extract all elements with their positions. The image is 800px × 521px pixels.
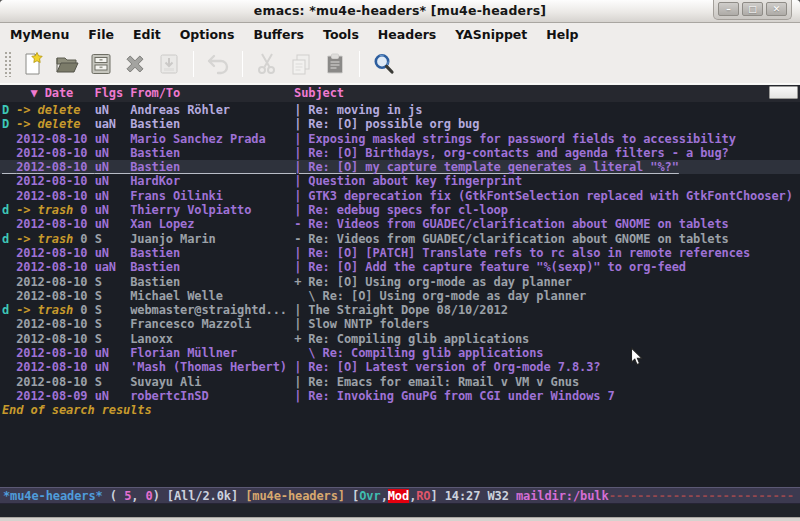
menu-item-headers[interactable]: Headers	[378, 27, 436, 42]
save-button[interactable]	[86, 49, 116, 79]
close-button[interactable]: ✕	[766, 2, 787, 16]
menu-item-options[interactable]: Options	[180, 27, 235, 42]
message-row[interactable]: D -> delete uN Andreas Röhler | Re: movi…	[0, 103, 800, 117]
message-row[interactable]: 2012-08-10 uN Xan Lopez - Re: Videos fro…	[0, 217, 800, 231]
copy-icon	[288, 51, 314, 77]
undo-icon	[205, 51, 231, 77]
emacs-window: emacs: *mu4e-headers* [mu4e-headers] –□✕…	[0, 0, 800, 521]
toolbar-separator	[359, 51, 360, 77]
message-row[interactable]: 2012-08-10 uN Bastien | Re: [O] my captu…	[0, 160, 800, 174]
end-of-search-results: End of search results	[0, 403, 800, 417]
toolbar-separator	[193, 51, 194, 77]
window-frame-border	[0, 517, 800, 521]
message-row[interactable]: 2012-08-10 uN Bastien | Re: [O] Birthday…	[0, 146, 800, 160]
mode-line[interactable]: *mu4e-headers* ( 5, 0) [All/2.0k] [mu4e-…	[0, 487, 800, 504]
modeline-segment: Mod	[388, 489, 409, 503]
modeline-segment: --------------------------	[609, 489, 794, 503]
maximize-button[interactable]: □	[742, 2, 763, 16]
menu-item-file[interactable]: File	[88, 27, 114, 42]
message-row[interactable]: 2012-08-10 uN Bastien | Re: [O] [PATCH] …	[0, 246, 800, 260]
window-controls: –□✕	[713, 0, 792, 20]
window-title: emacs: *mu4e-headers* [mu4e-headers]	[0, 3, 800, 18]
cut-button	[252, 49, 282, 79]
message-row[interactable]: D -> delete uaN Bastien | Re: [O] possib…	[0, 117, 800, 131]
headers-column-header[interactable]: ▼ Date Flgs From/To Subject	[0, 85, 800, 102]
open-folder-button[interactable]	[52, 49, 82, 79]
minimize-button[interactable]: –	[718, 2, 739, 16]
menu-item-mymenu[interactable]: MyMenu	[10, 27, 69, 42]
modeline-segment: maildir:/bulk	[516, 489, 609, 503]
new-file-button[interactable]	[18, 49, 48, 79]
modeline-segment: ] 14:27 W32	[431, 489, 517, 503]
emacs-buffer-area: ▼ Date Flgs From/To Subject D -> delete …	[0, 84, 800, 517]
cut-icon	[254, 51, 280, 77]
new-file-icon	[20, 51, 46, 77]
message-row[interactable]: d -> trash 0 S Juanjo Marin - Re: Videos…	[0, 232, 800, 246]
message-row[interactable]: 2012-08-10 uN HardKor | Question about k…	[0, 174, 800, 188]
open-folder-icon	[54, 51, 80, 77]
modeline-segment: *mu4e-headers*	[3, 489, 103, 503]
toolbar-separator	[242, 51, 243, 77]
message-row[interactable]: 2012-08-10 uN Mario Sanchez Prada | Expo…	[0, 132, 800, 146]
echo-area	[0, 504, 800, 517]
message-row[interactable]: 2012-08-10 S Suvayu Ali | Re: Emacs for …	[0, 375, 800, 389]
menu-bar: MyMenuFileEditOptionsBuffersToolsHeaders…	[0, 23, 800, 45]
toolbar-grip-handle[interactable]	[4, 51, 12, 77]
search-button[interactable]	[369, 49, 399, 79]
save-icon	[88, 51, 114, 77]
title-bar: emacs: *mu4e-headers* [mu4e-headers] –□✕	[0, 0, 800, 23]
message-row[interactable]: 2012-08-10 S Lanoxx + Re: Compiling glib…	[0, 332, 800, 346]
modeline-segment: (	[103, 489, 124, 503]
close-buffer-button[interactable]	[120, 49, 150, 79]
message-row[interactable]: 2012-08-10 uaN Bastien | Re: [O] Add the…	[0, 260, 800, 274]
toolbar-buttons	[16, 49, 401, 79]
save-as-icon	[156, 51, 182, 77]
message-row[interactable]: 2012-08-10 uN Florian Müllner \ Re: Comp…	[0, 346, 800, 360]
message-row[interactable]: 2012-08-09 uN robertcInSD | Re: Invoking…	[0, 389, 800, 403]
message-row[interactable]: 2012-08-10 S Francesco Mazzoli | Slow NN…	[0, 317, 800, 331]
paste-icon	[322, 51, 348, 77]
modeline-segment: [mu4e-headers]	[245, 489, 345, 503]
message-row[interactable]: d -> trash 0 S webmaster@straightd... | …	[0, 303, 800, 317]
close-buffer-icon	[122, 51, 148, 77]
menu-item-yasnippet[interactable]: YASnippet	[455, 27, 527, 42]
search-icon	[371, 51, 397, 77]
modeline-segment: RO	[416, 489, 430, 503]
undo-button	[203, 49, 233, 79]
menu-item-tools[interactable]: Tools	[323, 27, 359, 42]
modeline-segment: ,	[131, 489, 145, 503]
message-row[interactable]: 2012-08-10 S Michael Welle \ Re: [O] Usi…	[0, 289, 800, 303]
message-row[interactable]: d -> trash 0 uN Thierry Volpiatto | Re: …	[0, 203, 800, 217]
save-as-button	[154, 49, 184, 79]
scrollbar-thumb[interactable]	[769, 86, 798, 99]
modeline-segment: [	[345, 489, 359, 503]
menu-item-edit[interactable]: Edit	[133, 27, 161, 42]
modeline-segment: ) [All/2.0k]	[153, 489, 246, 503]
menu-item-buffers[interactable]: Buffers	[253, 27, 304, 42]
message-row[interactable]: 2012-08-10 S Bastien + Re: [O] Using org…	[0, 275, 800, 289]
copy-button	[286, 49, 316, 79]
modeline-segment: 0	[146, 489, 153, 503]
message-row[interactable]: 2012-08-10 uN Frans Oilinki | GTK3 depre…	[0, 189, 800, 203]
message-list: D -> delete uN Andreas Röhler | Re: movi…	[0, 103, 800, 403]
toolbar	[0, 45, 800, 84]
modeline-segment: ,	[381, 489, 388, 503]
paste-button	[320, 49, 350, 79]
menu-item-help[interactable]: Help	[546, 27, 578, 42]
modeline-segment: Ovr	[359, 489, 380, 503]
message-row[interactable]: 2012-08-10 uN 'Mash (Thomas Herbert) | R…	[0, 360, 800, 374]
